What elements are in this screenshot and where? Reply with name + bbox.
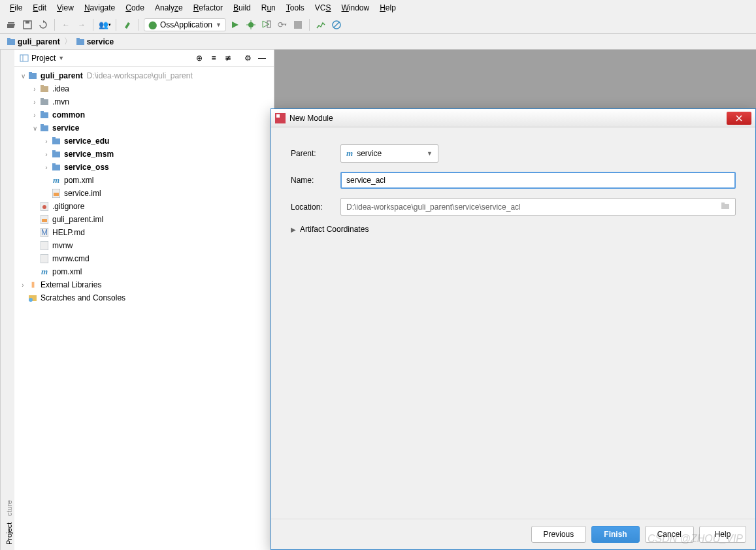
svg-rect-28 (52, 150, 56, 152)
menu-view[interactable]: View (52, 2, 78, 14)
svg-rect-17 (41, 86, 48, 92)
tree-service-edu[interactable]: › service_edu (14, 135, 274, 148)
svg-rect-45 (721, 204, 729, 209)
artifact-coordinates-toggle[interactable]: ▶ Artifact Coordinates (291, 225, 736, 234)
menu-build[interactable]: Build (229, 2, 255, 14)
location-label: Location: (291, 202, 340, 212)
new-module-dialog: New Module Parent: m service ▼ Name: Loc… (271, 108, 756, 550)
tree-mvnw[interactable]: mvnw (14, 239, 274, 252)
coverage-icon[interactable] (260, 18, 273, 31)
tree-external-libs[interactable]: › ⦀ External Libraries (14, 278, 274, 291)
tree-scratches[interactable]: Scratches and Consoles (14, 291, 274, 304)
svg-rect-23 (41, 125, 48, 131)
hide-icon[interactable]: — (255, 52, 269, 65)
collapse-icon[interactable]: ≢ (222, 52, 235, 65)
locate-icon[interactable]: ⊕ (193, 52, 206, 65)
dialog-titlebar[interactable]: New Module (271, 109, 755, 127)
gear-icon[interactable]: ⚙ (241, 52, 254, 65)
tree-service-iml[interactable]: service.iml (14, 187, 274, 200)
panel-title[interactable]: Project ▼ (20, 54, 190, 63)
forward-icon[interactable]: → (75, 18, 88, 31)
svg-rect-25 (52, 138, 60, 144)
tree-mvn[interactable]: › .mvn (14, 95, 274, 108)
svg-rect-36 (42, 219, 47, 222)
toolbar: ← → 👥▾ ⬤ OssApplication ▼ ⟳▾ (0, 16, 756, 34)
tree-service[interactable]: ∨ service (14, 121, 274, 135)
menu-tools[interactable]: Tools (282, 2, 309, 14)
menu-help[interactable]: Help (375, 2, 401, 14)
run-configuration-select[interactable]: ⬤ OssApplication ▼ (144, 18, 226, 31)
tree-common[interactable]: › common (14, 108, 274, 121)
svg-rect-19 (41, 99, 48, 105)
close-icon[interactable] (727, 112, 751, 125)
app-icon (275, 113, 286, 123)
cancel-button[interactable]: Cancel (645, 526, 694, 543)
project-tree: ∨ guli_parent D:\idea-workspace\guli_par… (14, 67, 274, 307)
tree-idea[interactable]: › .idea (14, 82, 274, 95)
svg-rect-29 (52, 165, 60, 170)
users-icon[interactable]: 👥▾ (98, 18, 111, 31)
svg-rect-21 (41, 112, 48, 118)
no-entry-icon[interactable] (330, 18, 343, 31)
location-input[interactable]: D:\idea-workspace\guli_parent\service\se… (340, 198, 736, 216)
maven-icon: m (39, 267, 50, 277)
browse-folder-icon[interactable] (721, 202, 732, 212)
menu-vcs[interactable]: VCS (310, 2, 336, 14)
name-input[interactable] (340, 172, 736, 189)
help-button[interactable]: Help (699, 526, 746, 543)
profile-icon[interactable]: ⟳▾ (276, 18, 289, 31)
previous-button[interactable]: Previous (531, 526, 587, 543)
svg-rect-1 (25, 21, 29, 24)
menu-navigate[interactable]: Navigate (80, 2, 120, 14)
tree-service-msm[interactable]: › service_msm (14, 148, 274, 161)
breadcrumb-root[interactable]: guli_parent (7, 37, 60, 46)
finish-button[interactable]: Finish (591, 526, 639, 543)
run-icon[interactable] (229, 18, 242, 31)
structure-tab[interactable]: cture (2, 500, 13, 515)
menu-refactor[interactable]: Refactor (189, 2, 227, 14)
open-icon[interactable] (5, 18, 18, 31)
tree-project-root[interactable]: ∨ guli_parent D:\idea-workspace\guli_par… (14, 69, 274, 82)
expand-icon[interactable]: ≡ (207, 52, 220, 65)
svg-rect-9 (7, 39, 15, 45)
stats-icon[interactable] (314, 18, 327, 31)
save-icon[interactable] (21, 18, 34, 31)
svg-rect-11 (76, 39, 84, 45)
debug-icon[interactable] (244, 18, 257, 31)
svg-point-34 (42, 205, 46, 209)
tree-guli-iml[interactable]: guli_parent.iml (14, 213, 274, 226)
tree-service-oss[interactable]: › service_oss (14, 161, 274, 174)
svg-rect-44 (276, 114, 280, 118)
tree-gitignore[interactable]: .gitignore (14, 200, 274, 213)
menu-edit[interactable]: Edit (28, 2, 51, 14)
menu-analyze[interactable]: Analyze (150, 2, 188, 14)
menu-file[interactable]: File (5, 2, 27, 14)
chevron-right-icon: ▶ (291, 226, 296, 233)
svg-rect-24 (41, 124, 44, 126)
left-gutter: Project cture (0, 50, 14, 550)
svg-rect-10 (7, 38, 10, 40)
svg-text:MD: MD (41, 228, 48, 237)
breadcrumb-child[interactable]: service (76, 37, 114, 46)
tree-pom[interactable]: m pom.xml (14, 174, 274, 187)
parent-select[interactable]: m service ▼ (340, 144, 438, 163)
breadcrumb: guli_parent 〉 service (0, 34, 756, 50)
menu-window[interactable]: Window (337, 2, 374, 14)
svg-rect-22 (41, 111, 44, 113)
parent-label: Parent: (291, 149, 340, 158)
menu-code[interactable]: Code (121, 2, 149, 14)
chevron-down-icon: ▼ (427, 150, 433, 157)
svg-rect-6 (294, 21, 302, 29)
tree-help-md[interactable]: MD HELP.md (14, 226, 274, 239)
back-icon[interactable]: ← (59, 18, 73, 31)
refresh-icon[interactable] (37, 18, 50, 31)
libraries-icon: ⦀ (27, 280, 38, 290)
menu-run[interactable]: Run (257, 2, 280, 14)
stop-icon[interactable] (291, 18, 304, 31)
svg-rect-12 (76, 38, 80, 40)
project-tab[interactable]: Project (2, 523, 13, 545)
run-config-label: OssApplication (160, 20, 212, 29)
tree-mvnw-cmd[interactable]: mvnw.cmd (14, 252, 274, 265)
build-icon[interactable] (121, 18, 134, 31)
tree-pom2[interactable]: m pom.xml (14, 265, 274, 278)
